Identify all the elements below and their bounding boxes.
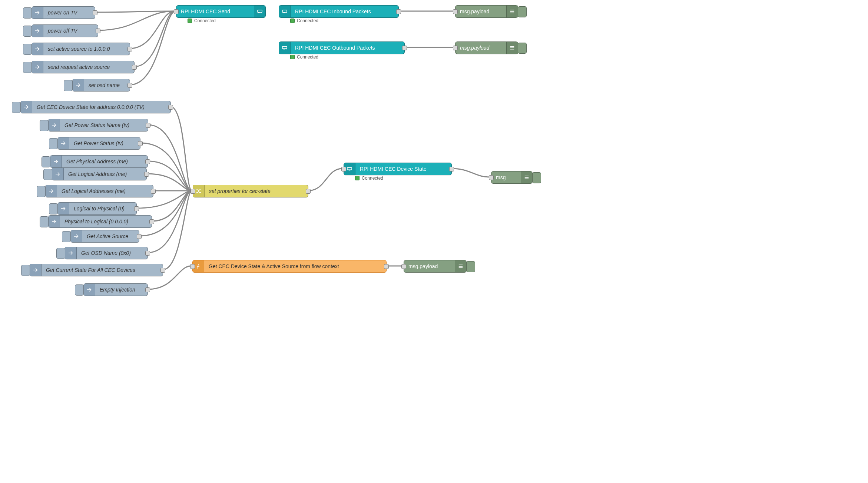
inject-button[interactable] (21, 265, 30, 276)
arrow-right-icon (71, 230, 82, 242)
debug-icon (506, 42, 518, 54)
output-port[interactable] (449, 167, 454, 171)
inject-button[interactable] (12, 102, 21, 113)
inject-button[interactable] (37, 186, 46, 197)
node-label: set active source to 1.0.0.0 (43, 43, 130, 55)
inject-button[interactable] (43, 169, 52, 180)
node-label: Get Power Status Name (tv) (60, 119, 148, 131)
inject-button[interactable] (23, 44, 32, 55)
debug-inbound[interactable]: msg.payload (455, 5, 518, 18)
output-port[interactable] (93, 10, 97, 15)
arrow-right-icon (58, 203, 69, 214)
input-port[interactable] (190, 264, 195, 269)
input-port[interactable] (453, 46, 458, 50)
debug-context[interactable]: msg.payload (404, 260, 467, 273)
status-dot-icon (355, 176, 360, 180)
input-port[interactable] (174, 9, 179, 14)
inject-button[interactable] (49, 203, 58, 214)
output-port[interactable] (160, 268, 165, 273)
output-port[interactable] (306, 189, 311, 194)
node-label: Logical to Physical (0) (69, 203, 136, 214)
output-port[interactable] (396, 9, 401, 14)
output-port[interactable] (384, 264, 389, 269)
output-port[interactable] (149, 219, 154, 224)
inject-empty[interactable]: Empty Injection (83, 283, 148, 296)
inject-button[interactable] (75, 284, 84, 296)
inject-set-osd-name[interactable]: set osd name (72, 79, 130, 91)
inject-button[interactable] (56, 248, 65, 259)
arrow-right-icon (32, 43, 43, 55)
inject-button[interactable] (23, 7, 32, 19)
inject-l2p[interactable]: Logical to Physical (0) (57, 202, 137, 215)
output-port[interactable] (145, 251, 150, 256)
output-port[interactable] (138, 141, 143, 146)
node-label: msg.payload (455, 42, 506, 54)
node-label: msg (491, 171, 521, 183)
output-port[interactable] (132, 65, 137, 70)
arrow-right-icon (32, 25, 43, 37)
arrow-right-icon (50, 156, 62, 167)
cec-device-state-node[interactable]: RPI HDMI CEC Device State Connected (344, 163, 452, 175)
output-port[interactable] (127, 83, 132, 88)
arrow-right-icon (58, 137, 69, 149)
cec-outbound-node[interactable]: RPI HDMI CEC Outbound Packets Connected (279, 41, 405, 54)
inject-button[interactable] (42, 156, 50, 167)
input-port[interactable] (191, 189, 195, 194)
output-port[interactable] (145, 159, 150, 164)
output-port[interactable] (96, 29, 100, 33)
node-status: Connected (290, 54, 318, 60)
output-port[interactable] (168, 105, 173, 110)
node-label: Get OSD Name (0x0) (77, 247, 148, 259)
inject-osd-name[interactable]: Get OSD Name (0x0) (65, 247, 148, 259)
inject-button[interactable] (64, 80, 73, 91)
inject-button[interactable] (23, 26, 32, 37)
debug-outbound[interactable]: msg.payload (455, 41, 518, 54)
arrow-right-icon (32, 61, 43, 73)
inject-send-req-active[interactable]: send request active source (32, 61, 135, 73)
output-port[interactable] (134, 206, 139, 211)
inject-button[interactable] (49, 138, 58, 149)
inject-all-state[interactable]: Get Current State For All CEC Devices (30, 264, 163, 276)
debug-toggle-button[interactable] (518, 6, 527, 17)
output-port[interactable] (151, 189, 156, 194)
output-port[interactable] (145, 287, 150, 292)
inject-p2l[interactable]: Physical to Logical (0.0.0.0) (48, 215, 152, 228)
inject-power-on[interactable]: power on TV (32, 6, 95, 19)
inject-set-active-source[interactable]: set active source to 1.0.0.0 (32, 43, 130, 55)
function-get-cec-context[interactable]: Get CEC Device State & Active Source fro… (192, 260, 387, 273)
input-port[interactable] (401, 264, 406, 269)
inject-logical-address[interactable]: Get Logical Address (me) (52, 168, 147, 180)
svg-rect-0 (258, 10, 262, 12)
inject-get-dev-state[interactable]: Get CEC Device State for address 0.0.0.0… (20, 101, 171, 113)
debug-toggle-button[interactable] (532, 172, 541, 183)
node-label: Get CEC Device State for address 0.0.0.0… (32, 101, 170, 113)
inject-logical-addresses[interactable]: Get Logical Addresses (me) (45, 185, 153, 197)
node-label: RPI HDMI CEC Inbound Packets (291, 6, 398, 17)
input-port[interactable] (453, 9, 458, 14)
inject-button[interactable] (23, 62, 32, 73)
node-label: send request active source (43, 61, 134, 73)
debug-device-state[interactable]: msg (491, 171, 533, 184)
inject-power-status-name[interactable]: Get Power Status Name (tv) (48, 119, 148, 131)
inject-physical-address[interactable]: Get Physical Address (me) (50, 155, 148, 168)
output-port[interactable] (127, 47, 132, 51)
flow-canvas[interactable]: power on TV power off TV set active sour… (0, 0, 548, 300)
input-port[interactable] (341, 167, 346, 171)
cec-inbound-node[interactable]: RPI HDMI CEC Inbound Packets Connected (279, 5, 399, 18)
inject-power-off[interactable]: power off TV (32, 24, 98, 37)
output-port[interactable] (144, 172, 149, 177)
inject-button[interactable] (62, 231, 71, 242)
output-port[interactable] (402, 46, 407, 50)
output-port[interactable] (137, 234, 142, 239)
debug-toggle-button[interactable] (466, 261, 475, 272)
inject-power-status[interactable]: Get Power Status (tv) (57, 137, 140, 150)
change-set-properties[interactable]: set properties for cec-state (193, 185, 308, 197)
debug-toggle-button[interactable] (518, 43, 527, 54)
cec-send-node[interactable]: RPI HDMI CEC Send Connected (176, 5, 266, 18)
output-port[interactable] (146, 123, 150, 128)
inject-button[interactable] (40, 120, 49, 131)
input-port[interactable] (489, 175, 494, 180)
inject-active-source[interactable]: Get Active Source (70, 230, 139, 243)
svg-rect-18 (347, 167, 352, 170)
inject-button[interactable] (40, 216, 49, 227)
